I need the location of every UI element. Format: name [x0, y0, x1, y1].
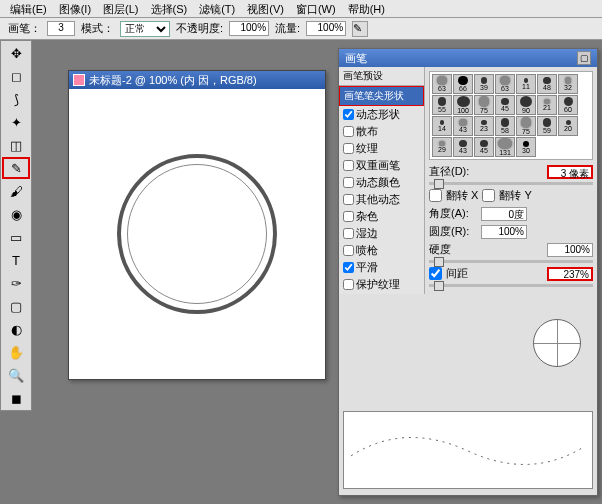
tool-move[interactable]: ✥: [2, 42, 30, 64]
brush-size-input[interactable]: 3: [47, 21, 75, 36]
tool-shape[interactable]: ▢: [2, 295, 30, 317]
tool-marquee[interactable]: ◻: [2, 65, 30, 87]
brush-swatch[interactable]: 45: [495, 95, 515, 115]
menu-edit[interactable]: 编辑(E): [4, 0, 53, 17]
tool-text[interactable]: T: [2, 249, 30, 271]
brush-swatch[interactable]: 100: [453, 95, 473, 115]
brush-option-7[interactable]: 湿边: [339, 225, 424, 242]
brush-swatch[interactable]: 45: [474, 137, 494, 157]
tool-crop[interactable]: ◫: [2, 134, 30, 156]
roundness-label: 圆度(R):: [429, 224, 477, 239]
opacity-input[interactable]: 100%: [229, 21, 269, 36]
brush-option-3[interactable]: 双重画笔: [339, 157, 424, 174]
brush-swatch[interactable]: 43: [453, 116, 473, 136]
color-swatch[interactable]: ◼: [2, 387, 30, 409]
mode-select[interactable]: 正常: [120, 21, 170, 37]
diameter-slider[interactable]: [429, 182, 593, 185]
brush-option-checkbox[interactable]: [343, 211, 354, 222]
brush-swatch[interactable]: 63: [495, 74, 515, 94]
brush-option-checkbox[interactable]: [343, 194, 354, 205]
tool-eyedropper[interactable]: ◐: [2, 318, 30, 340]
hardness-input[interactable]: 100%: [547, 243, 593, 257]
flip-x-checkbox[interactable]: [429, 189, 442, 202]
tool-path[interactable]: ✑: [2, 272, 30, 294]
tool-lasso[interactable]: ⟆: [2, 88, 30, 110]
brush-swatch[interactable]: 48: [537, 74, 557, 94]
brush-option-checkbox[interactable]: [343, 177, 354, 188]
diameter-input[interactable]: 3 像素: [547, 165, 593, 179]
brush-option-checkbox[interactable]: [343, 245, 354, 256]
brush-swatch[interactable]: 39: [474, 74, 494, 94]
brush-swatch[interactable]: 63: [432, 74, 452, 94]
brush-swatch[interactable]: 75: [474, 95, 494, 115]
brush-options-list: 画笔预设 画笔笔尖形状 动态形状散布纹理双重画笔动态颜色其他动态杂色湿边喷枪平滑…: [339, 67, 425, 294]
flip-y-checkbox[interactable]: [482, 189, 495, 202]
brush-option-6[interactable]: 杂色: [339, 208, 424, 225]
tab-brush-presets[interactable]: 画笔预设: [339, 67, 424, 86]
tool-eraser[interactable]: ▭: [2, 226, 30, 248]
brush-swatch[interactable]: 58: [495, 116, 515, 136]
hardness-slider[interactable]: [429, 260, 593, 263]
brush-swatch[interactable]: 23: [474, 116, 494, 136]
roundness-input[interactable]: 100%: [481, 225, 527, 239]
document-titlebar[interactable]: 未标题-2 @ 100% (内 因，RGB/8): [69, 71, 325, 89]
brush-swatch[interactable]: 60: [558, 95, 578, 115]
brush-option-1[interactable]: 散布: [339, 123, 424, 140]
brush-option-checkbox[interactable]: [343, 126, 354, 137]
angle-widget[interactable]: [533, 319, 585, 371]
brush-swatch[interactable]: 30: [516, 137, 536, 157]
tool-brush[interactable]: 🖌: [2, 180, 30, 202]
brush-option-0[interactable]: 动态形状: [339, 106, 424, 123]
menu-help[interactable]: 帮助(H): [342, 0, 391, 17]
menu-window[interactable]: 窗口(W): [290, 0, 342, 17]
brush-option-checkbox[interactable]: [343, 160, 354, 171]
angle-circle-icon[interactable]: [533, 319, 581, 367]
brush-swatch[interactable]: 55: [432, 95, 452, 115]
palette-titlebar[interactable]: 画笔 ▢: [339, 49, 597, 67]
angle-input[interactable]: 0度: [481, 207, 527, 221]
tool-wand[interactable]: ✦: [2, 111, 30, 133]
tool-hand[interactable]: ✋: [2, 341, 30, 363]
brush-swatch[interactable]: 131: [495, 137, 515, 157]
tool-zoom[interactable]: 🔍: [2, 364, 30, 386]
spacing-slider[interactable]: [429, 284, 593, 287]
brush-option-checkbox[interactable]: [343, 109, 354, 120]
brush-swatch[interactable]: 21: [537, 95, 557, 115]
tool-pencil[interactable]: ✎: [2, 157, 30, 179]
menu-bar: 编辑(E) 图像(I) 图层(L) 选择(S) 滤镜(T) 视图(V) 窗口(W…: [0, 0, 602, 18]
brush-swatch[interactable]: 59: [537, 116, 557, 136]
brush-swatch[interactable]: 14: [432, 116, 452, 136]
minimize-icon[interactable]: ▢: [577, 51, 591, 65]
tab-brush-tip-shape[interactable]: 画笔笔尖形状: [339, 86, 424, 106]
brush-option-9[interactable]: 平滑: [339, 259, 424, 276]
airbrush-icon[interactable]: ✎: [352, 21, 368, 37]
canvas[interactable]: [69, 89, 325, 379]
menu-select[interactable]: 选择(S): [145, 0, 194, 17]
brush-option-10[interactable]: 保护纹理: [339, 276, 424, 293]
brush-swatch[interactable]: 29: [432, 137, 452, 157]
brush-option-5[interactable]: 其他动态: [339, 191, 424, 208]
brush-swatch[interactable]: 20: [558, 116, 578, 136]
brush-swatch[interactable]: 43: [453, 137, 473, 157]
menu-view[interactable]: 视图(V): [241, 0, 290, 17]
brush-swatch[interactable]: 32: [558, 74, 578, 94]
spacing-checkbox[interactable]: [429, 267, 442, 280]
brush-option-4[interactable]: 动态颜色: [339, 174, 424, 191]
brush-option-checkbox[interactable]: [343, 228, 354, 239]
brush-option-8[interactable]: 喷枪: [339, 242, 424, 259]
brush-swatch[interactable]: 66: [453, 74, 473, 94]
brush-option-checkbox[interactable]: [343, 143, 354, 154]
menu-image[interactable]: 图像(I): [53, 0, 97, 17]
spacing-input[interactable]: 237%: [547, 267, 593, 281]
menu-filter[interactable]: 滤镜(T): [193, 0, 241, 17]
flow-input[interactable]: 100%: [306, 21, 346, 36]
brush-option-checkbox[interactable]: [343, 262, 354, 273]
brush-swatch[interactable]: 90: [516, 95, 536, 115]
brush-swatch[interactable]: 11: [516, 74, 536, 94]
brush-option-2[interactable]: 纹理: [339, 140, 424, 157]
brush-swatch[interactable]: 75: [516, 116, 536, 136]
tool-stamp[interactable]: ◉: [2, 203, 30, 225]
brush-option-checkbox[interactable]: [343, 279, 354, 290]
brush-option-label: 杂色: [356, 209, 378, 224]
menu-layer[interactable]: 图层(L): [97, 0, 144, 17]
